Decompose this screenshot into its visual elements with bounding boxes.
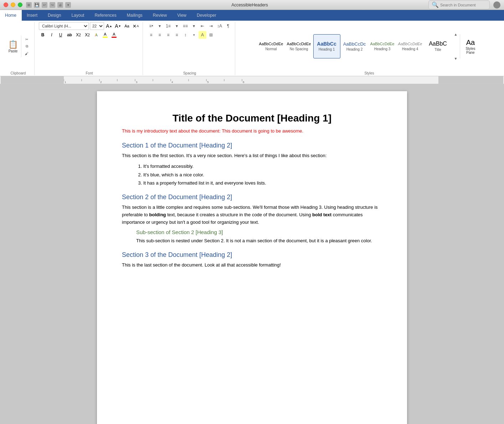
para-row-1: ≡• ▾ 1≡ ▾ ≡≡ ▾ ⇤ ⇥ ↕A ¶	[147, 22, 232, 30]
style-title[interactable]: AaBbC Title	[425, 34, 452, 58]
clear-formatting-button[interactable]: ✕A	[132, 22, 140, 30]
font-row-2: B I U ab X2 X2 A A A	[39, 31, 140, 39]
sort-button[interactable]: ↕A	[216, 22, 223, 30]
style-heading1[interactable]: AaBbCc Heading 1	[313, 34, 340, 58]
redo-icon[interactable]: ↪	[50, 2, 55, 8]
numbering-dropdown[interactable]: ▾	[173, 22, 181, 30]
subsection-1: Sub-section of Section 2 [Heading 3] Thi…	[122, 229, 382, 245]
font-color-button[interactable]: A	[110, 31, 118, 39]
shading-button[interactable]: A	[199, 31, 206, 39]
styles-scroll-up[interactable]: ▲	[453, 22, 459, 46]
minimize-button[interactable]	[11, 2, 15, 7]
search-box[interactable]: 🔍	[428, 0, 490, 9]
increase-font-button[interactable]: A▲	[105, 22, 113, 30]
tab-review[interactable]: Review	[148, 10, 172, 21]
section-2-heading[interactable]: Section 2 of the Document [Heading 2]	[122, 193, 382, 201]
para-row-2: ≡ ≡ ≡ ≡ ↕ ▾ A ⊞	[147, 31, 232, 39]
decrease-indent-button[interactable]: ⇤	[199, 22, 206, 30]
show-marks-button[interactable]: ¶	[224, 22, 232, 30]
undo-icon[interactable]: ↩	[42, 2, 47, 8]
print-icon[interactable]: 🖨	[57, 2, 63, 8]
user-avatar[interactable]	[493, 1, 500, 9]
svg-text:5: 5	[207, 81, 209, 84]
maximize-button[interactable]	[18, 2, 22, 7]
tab-layout[interactable]: Layout	[66, 10, 89, 21]
cut-button[interactable]: ✂	[23, 36, 31, 42]
change-case-button[interactable]: Aa	[123, 22, 131, 30]
italic-button[interactable]: I	[48, 31, 56, 39]
para-area: ≡• ▾ 1≡ ▾ ≡≡ ▾ ⇤ ⇥ ↕A ¶ ≡ ≡ ≡ ≡ ↕	[147, 22, 232, 39]
ribbon-body: 📋 Paste ✂ ⧉ 🖌 Clipboard Calibri Light (H…	[0, 21, 504, 76]
line-spacing-button[interactable]: ↕	[181, 31, 189, 39]
increase-indent-button[interactable]: ⇥	[207, 22, 215, 30]
tab-references[interactable]: References	[89, 10, 122, 21]
align-left-button[interactable]: ≡	[147, 31, 155, 39]
underline-button[interactable]: U	[57, 31, 65, 39]
tab-mailings[interactable]: Mailings	[122, 10, 148, 21]
style-normal[interactable]: AaBbCcDdEe Normal	[258, 34, 285, 58]
svg-text:4: 4	[171, 81, 173, 84]
document-page[interactable]: Title of the Document [Heading 1] This i…	[97, 91, 407, 424]
content-area[interactable]: Title of the Document [Heading 1] This i…	[5, 84, 499, 424]
superscript-button[interactable]: X2	[83, 31, 91, 39]
border-button[interactable]: ⊞	[207, 31, 215, 39]
style-title-preview: AaBbC	[429, 41, 447, 47]
font-row-1: Calibri Light (H... 22 A▲ A▼ Aa ✕A	[39, 22, 140, 30]
doc-section-2: Section 2 of the Document [Heading 2] Th…	[122, 193, 382, 244]
style-normal-preview: AaBbCcDdEe	[259, 42, 283, 46]
styles-scroll-down[interactable]: ▼	[453, 46, 459, 71]
format-painter-button[interactable]: 🖌	[23, 50, 31, 57]
paste-button[interactable]: 📋 Paste	[5, 35, 21, 57]
section-1-body[interactable]: This section is the first section. It's …	[122, 152, 382, 160]
font-name-select[interactable]: Calibri Light (H...	[39, 22, 89, 30]
font-items: Calibri Light (H... 22 A▲ A▼ Aa ✕A B I U…	[39, 22, 140, 71]
tab-home[interactable]: Home	[0, 10, 22, 21]
titlebar-icon-2[interactable]: 💾	[34, 2, 40, 8]
style-heading3[interactable]: AaBbCcDdEe Heading 3	[369, 34, 396, 58]
tab-developer[interactable]: Developer	[192, 10, 222, 21]
align-right-button[interactable]: ≡	[164, 31, 172, 39]
tab-view[interactable]: View	[172, 10, 192, 21]
numbering-button[interactable]: 1≡	[164, 22, 172, 30]
bold-button[interactable]: B	[39, 31, 47, 39]
subsection-1-heading[interactable]: Sub-section of Section 2 [Heading 3]	[122, 229, 382, 235]
text-effects-button[interactable]: A	[92, 31, 100, 39]
doc-intro[interactable]: This is my introductory text about the d…	[122, 128, 382, 135]
customize-icon[interactable]: ▾	[65, 2, 71, 8]
paste-icon: 📋	[8, 40, 18, 49]
strikethrough-button[interactable]: ab	[66, 31, 73, 39]
bullets-dropdown[interactable]: ▾	[156, 22, 164, 30]
right-sidebar	[499, 84, 504, 424]
styles-pane-button[interactable]: Aa StylesPane	[460, 34, 481, 58]
tab-design[interactable]: Design	[43, 10, 66, 21]
document-title[interactable]: Title of the Document [Heading 1]	[122, 113, 382, 124]
multilevel-button[interactable]: ≡≡	[181, 22, 189, 30]
style-heading4[interactable]: AaBbCcDdEe Heading 4	[397, 34, 424, 58]
section-3-heading[interactable]: Section 3 of the Document [Heading 2]	[122, 251, 382, 259]
style-heading2[interactable]: AaBbCcDc Heading 2	[341, 34, 368, 58]
multilevel-dropdown[interactable]: ▾	[190, 22, 198, 30]
style-heading4-label: Heading 4	[402, 47, 418, 51]
styles-scroll: ▲ ▼	[453, 22, 459, 71]
intro-text-1: This is my introductory text about the d…	[122, 128, 222, 134]
list-item: It has a properly formatted list in it, …	[143, 179, 382, 187]
tab-insert[interactable]: Insert	[22, 10, 43, 21]
close-button[interactable]	[4, 2, 8, 7]
titlebar-icon-1[interactable]: ⊞	[26, 2, 32, 8]
justify-button[interactable]: ≡	[173, 31, 181, 39]
subscript-button[interactable]: X2	[74, 31, 82, 39]
ruler-content[interactable]: 1 2 3 4 5 6	[64, 76, 438, 84]
section-3-body[interactable]: This is the last section of the document…	[122, 262, 382, 269]
section-1-heading[interactable]: Section 1 of the Document [Heading 2]	[122, 142, 382, 149]
decrease-font-button[interactable]: A▼	[114, 22, 122, 30]
align-center-button[interactable]: ≡	[156, 31, 164, 39]
search-input[interactable]	[440, 3, 487, 7]
highlight-color-button[interactable]: A	[101, 31, 109, 39]
bullets-button[interactable]: ≡•	[147, 22, 155, 30]
copy-button[interactable]: ⧉	[23, 43, 31, 50]
app-title: AccessibleHeaders	[71, 2, 428, 7]
font-size-select[interactable]: 22	[90, 22, 104, 30]
clipboard-group: 📋 Paste ✂ ⧉ 🖌 Clipboard	[2, 22, 35, 75]
line-spacing-dropdown[interactable]: ▾	[190, 31, 198, 39]
style-no-spacing[interactable]: AaBbCcDdEe No Spacing	[286, 34, 313, 58]
